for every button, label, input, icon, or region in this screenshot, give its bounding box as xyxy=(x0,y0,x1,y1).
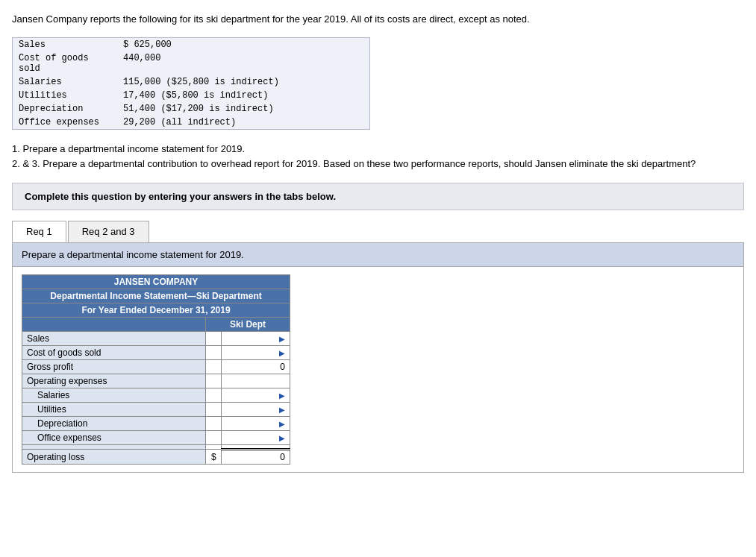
data-item-row: Sales$ 625,000 xyxy=(13,38,369,51)
tab-instruction: Prepare a departmental income statement … xyxy=(13,243,743,267)
tabs-row: Req 1 Req 2 and 3 xyxy=(12,221,744,243)
income-row-value[interactable]: ▶ xyxy=(221,431,290,445)
data-item-row: Salaries115,000 ($25,800 is indirect) xyxy=(13,75,369,89)
data-item-row: Office expenses29,200 (all indirect) xyxy=(13,116,369,129)
income-row: Operating expenses xyxy=(22,374,290,388)
income-row-value[interactable]: ▶ xyxy=(221,388,290,403)
data-item-value: 17,400 ($5,800 is indirect) xyxy=(117,89,369,102)
data-item-label: Utilities xyxy=(13,89,117,102)
period-header: For Year Ended December 31, 2019 xyxy=(22,303,290,318)
income-row: Utilities▶ xyxy=(22,403,290,417)
income-row: Office expenses▶ xyxy=(22,431,290,445)
intro-text: Jansen Company reports the following for… xyxy=(12,12,744,27)
tab-req2and3[interactable]: Req 2 and 3 xyxy=(68,221,149,242)
income-row-label: Depreciation xyxy=(22,417,206,431)
data-item-label: Cost of goods sold xyxy=(13,51,117,75)
data-item-label: Salaries xyxy=(13,75,117,89)
instructions: 1. Prepare a departmental income stateme… xyxy=(12,142,744,173)
company-header: JANSEN COMPANY xyxy=(22,275,290,289)
income-row-label: Operating loss xyxy=(22,450,206,465)
income-row-label: Cost of goods sold xyxy=(22,346,206,360)
blank-col-header xyxy=(22,318,206,332)
data-item-row: Utilities17,400 ($5,800 is indirect) xyxy=(13,89,369,102)
income-row-prefix xyxy=(206,403,222,417)
data-item-label: Depreciation xyxy=(13,102,117,116)
income-statement-container: JANSEN COMPANY Departmental Income State… xyxy=(13,267,743,472)
title-header: Departmental Income Statement—Ski Depart… xyxy=(22,289,290,303)
income-row-value[interactable]: ▶ xyxy=(221,346,290,360)
income-row: Gross profit0 xyxy=(22,360,290,374)
income-row-label: Sales xyxy=(22,332,206,346)
income-row-prefix xyxy=(206,374,222,388)
income-row: Sales▶ xyxy=(22,332,290,346)
income-row-prefix xyxy=(206,346,222,360)
income-row-prefix xyxy=(206,388,222,403)
income-statement-table: JANSEN COMPANY Departmental Income State… xyxy=(22,274,290,465)
data-item-value: 115,000 ($25,800 is indirect) xyxy=(117,75,369,89)
ski-dept-header: Ski Dept xyxy=(206,318,290,332)
income-row-label: Gross profit xyxy=(22,360,206,374)
tab-content: Prepare a departmental income statement … xyxy=(12,243,744,473)
income-row-value[interactable]: ▶ xyxy=(221,417,290,431)
data-item-value: 51,400 ($17,200 is indirect) xyxy=(117,102,369,116)
tab-req1[interactable]: Req 1 xyxy=(12,221,66,242)
income-row: Operating loss$0 xyxy=(22,450,290,465)
income-row-value[interactable]: ▶ xyxy=(221,332,290,346)
income-row-label: Operating expenses xyxy=(22,374,206,388)
data-item-row: Cost of goods sold440,000 xyxy=(13,51,369,75)
income-row-prefix xyxy=(206,360,222,374)
income-row-value xyxy=(221,374,290,388)
income-row-prefix: $ xyxy=(206,450,222,465)
data-item-row: Depreciation51,400 ($17,200 is indirect) xyxy=(13,102,369,116)
complete-box: Complete this question by entering your … xyxy=(12,183,744,210)
income-row-prefix xyxy=(206,431,222,445)
income-row-value: 0 xyxy=(221,450,290,465)
data-item-value: $ 625,000 xyxy=(117,38,369,51)
income-row-label: Utilities xyxy=(22,403,206,417)
income-row: Depreciation▶ xyxy=(22,417,290,431)
income-row: Cost of goods sold▶ xyxy=(22,346,290,360)
income-row-value[interactable]: ▶ xyxy=(221,403,290,417)
data-item-value: 29,200 (all indirect) xyxy=(117,116,369,129)
data-table: Sales$ 625,000Cost of goods sold440,000S… xyxy=(12,37,370,130)
data-item-label: Office expenses xyxy=(13,116,117,129)
data-item-label: Sales xyxy=(13,38,117,51)
income-row-prefix xyxy=(206,417,222,431)
income-row-label: Salaries xyxy=(22,388,206,403)
data-item-value: 440,000 xyxy=(117,51,369,75)
income-row: Salaries▶ xyxy=(22,388,290,403)
income-row-prefix xyxy=(206,332,222,346)
income-row-value: 0 xyxy=(221,360,290,374)
income-row-label: Office expenses xyxy=(22,431,206,445)
